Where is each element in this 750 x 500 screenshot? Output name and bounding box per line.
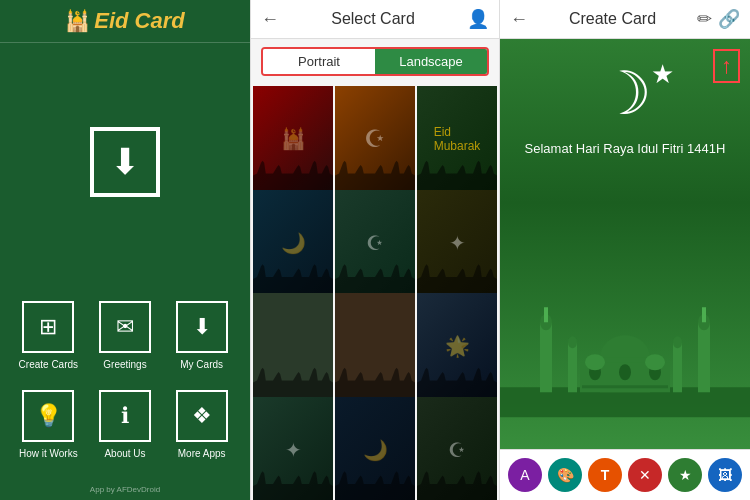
svg-rect-8 (702, 307, 706, 322)
app-logo-text: Eid Card (94, 8, 184, 34)
menu-about-us[interactable]: ℹ About Us (87, 380, 164, 469)
card-selection-grid: 🕌 ☪ Eid Mubarak 🌙 ☪ ✦ 🌟 (251, 84, 499, 500)
svg-point-10 (568, 336, 577, 348)
svg-rect-19 (582, 385, 668, 388)
card-thumb-2[interactable]: ☪ (335, 86, 415, 193)
svg-rect-3 (540, 322, 552, 392)
edit-icon[interactable]: ✏ (697, 8, 712, 30)
card-thumb-11[interactable]: 🌙 (335, 397, 415, 501)
card-thumb-7[interactable] (253, 293, 333, 400)
greetings-icon: ✉ (99, 301, 151, 353)
card-thumb-8[interactable] (335, 293, 415, 400)
svg-rect-5 (544, 307, 548, 322)
create-cards-icon: ⊞ (22, 301, 74, 353)
create-cards-label: Create Cards (19, 359, 78, 370)
home-footer: App by AFDevDroid (84, 479, 166, 500)
mosque-icon: 🕌 (65, 9, 90, 33)
menu-create-cards[interactable]: ⊞ Create Cards (10, 291, 87, 380)
menu-how-it-works[interactable]: 💡 How it Works (10, 380, 87, 469)
greetings-label: Greetings (103, 359, 146, 370)
share-icon[interactable]: 🔗 (718, 8, 740, 30)
select-card-title: Select Card (279, 10, 467, 28)
how-it-works-icon: 💡 (22, 390, 74, 442)
card-thumb-6[interactable]: ✦ (417, 190, 497, 297)
svg-point-18 (645, 354, 665, 370)
photo-tool-button[interactable]: 🖼 (708, 458, 742, 492)
svg-point-17 (585, 354, 605, 370)
crescent-icon: ☽ (598, 64, 652, 124)
menu-my-cards[interactable]: ⬇ My Cards (163, 291, 240, 380)
card-canvas: ↑ ☽ ★ Selamat Hari Raya Idul Fitri 1441H (500, 39, 750, 449)
text-tool-button[interactable]: A (508, 458, 542, 492)
create-card-panel: ← Create Card ✏ 🔗 ↑ ☽ ★ Selamat Hari Ray… (500, 0, 750, 500)
card-thumb-10[interactable]: ✦ (253, 397, 333, 501)
how-it-works-label: How it Works (19, 448, 78, 459)
create-header: ← Create Card ✏ 🔗 (500, 0, 750, 39)
mosque-scene (500, 265, 750, 450)
card-thumb-4[interactable]: 🌙 (253, 190, 333, 297)
back-button[interactable]: ← (261, 9, 279, 30)
star-icon: ★ (651, 59, 674, 90)
portrait-toggle[interactable]: Portrait (263, 49, 375, 74)
card-thumb-9[interactable]: 🌟 (417, 293, 497, 400)
delete-tool-button[interactable]: ✕ (628, 458, 662, 492)
create-header-icons: ✏ 🔗 (697, 8, 740, 30)
more-apps-label: More Apps (178, 448, 226, 459)
card-thumb-1[interactable]: 🕌 (253, 86, 333, 193)
home-header: 🕌 Eid Card (0, 0, 250, 43)
landscape-toggle[interactable]: Landscape (375, 49, 487, 74)
menu-greetings[interactable]: ✉ Greetings (87, 291, 164, 380)
menu-more-apps[interactable]: ❖ More Apps (163, 380, 240, 469)
about-us-label: About Us (104, 448, 145, 459)
font-tool-button[interactable]: T (588, 458, 622, 492)
more-apps-icon: ❖ (176, 390, 228, 442)
upload-button[interactable]: ↑ (713, 49, 740, 83)
download-area: ⬇ (90, 43, 160, 281)
create-toolbar: A 🎨 T ✕ ★ 🖼 (500, 449, 750, 500)
create-back-button[interactable]: ← (510, 9, 528, 30)
about-us-icon: ℹ (99, 390, 151, 442)
my-cards-icon: ⬇ (176, 301, 228, 353)
home-menu-grid: ⊞ Create Cards ✉ Greetings ⬇ My Cards 💡 … (0, 281, 250, 479)
card-thumb-3[interactable]: Eid Mubarak (417, 86, 497, 193)
select-card-panel: ← Select Card 👤 Portrait Landscape 🕌 ☪ E… (250, 0, 500, 500)
home-panel: 🕌 Eid Card ⬇ ⊞ Create Cards ✉ Greetings … (0, 0, 250, 500)
orientation-toggle: Portrait Landscape (261, 47, 489, 76)
my-cards-label: My Cards (180, 359, 223, 370)
svg-point-15 (619, 364, 631, 380)
palette-tool-button[interactable]: 🎨 (548, 458, 582, 492)
svg-rect-11 (673, 342, 682, 392)
greeting-text: Selamat Hari Raya Idul Fitri 1441H (525, 139, 726, 159)
card-thumb-12[interactable]: ☪ (417, 397, 497, 501)
profile-icon[interactable]: 👤 (467, 8, 489, 30)
card-thumb-5[interactable]: ☪ (335, 190, 415, 297)
svg-rect-9 (568, 342, 577, 392)
sticker-tool-button[interactable]: ★ (668, 458, 702, 492)
download-arrow-icon: ⬇ (90, 127, 160, 197)
select-header: ← Select Card 👤 (251, 0, 499, 39)
svg-rect-6 (698, 322, 710, 392)
svg-point-12 (673, 336, 682, 348)
create-card-title: Create Card (528, 10, 697, 28)
